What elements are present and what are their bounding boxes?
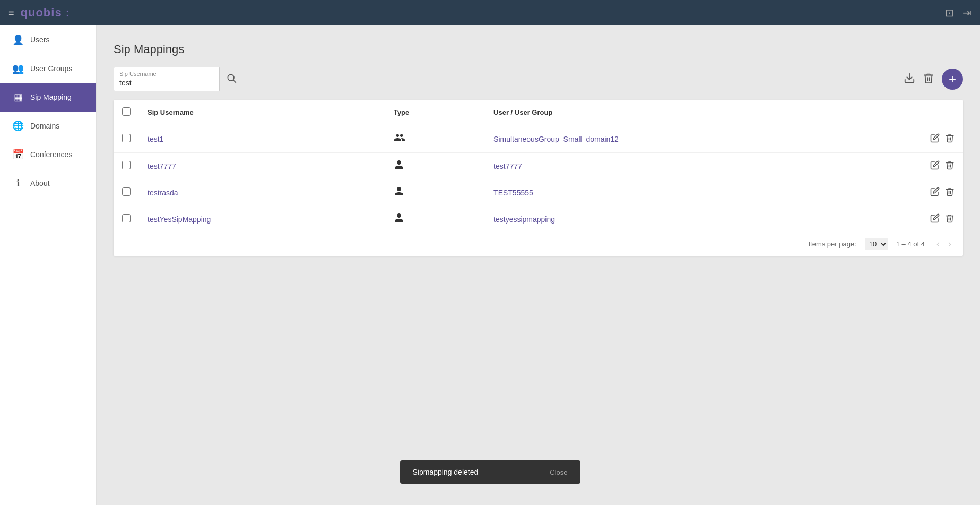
row-delete-button[interactable]: [945, 133, 955, 145]
table-row: test7777test7777: [114, 153, 963, 179]
table-header-row: Sip Username Type User / User Group: [114, 100, 963, 125]
sidebar-item-about-label: About: [30, 179, 50, 187]
row-delete-button[interactable]: [945, 187, 955, 199]
table-row: test1SimultaneousGroup_Small_domain12: [114, 125, 963, 153]
user-group-link[interactable]: TEST55555: [493, 189, 533, 197]
items-per-page-label: Items per page:: [808, 240, 856, 248]
pagination-nav: ‹ ›: [933, 237, 955, 251]
prev-page-button[interactable]: ‹: [933, 237, 943, 251]
menu-icon[interactable]: ≡: [8, 7, 14, 19]
sip-username-filter-wrap: Sip Username: [114, 67, 220, 91]
main-content: Sip Mappings Sip Username: [97, 25, 980, 505]
topbar: ≡ quobis : ⊡ ⇥: [0, 0, 980, 25]
sidebar-item-user-groups[interactable]: 👥 User Groups: [0, 54, 96, 83]
user-group-link[interactable]: test7777: [493, 162, 522, 170]
table-row: testYesSipMappingtestyessipmapping: [114, 206, 963, 233]
user-type-icon: [394, 215, 404, 225]
sidebar-item-users[interactable]: 👤 Users: [0, 25, 96, 54]
row-edit-button[interactable]: [930, 133, 940, 145]
chevron-right-icon: ›: [948, 238, 951, 249]
row-checkbox[interactable]: [122, 187, 131, 196]
row-delete-button[interactable]: [945, 160, 955, 172]
row-actions: [929, 160, 955, 172]
col-sip-username: Sip Username: [139, 100, 385, 125]
sip-username-link[interactable]: test1: [148, 135, 163, 143]
chevron-left-icon: ‹: [936, 238, 940, 249]
sidebar: 👤 Users 👥 User Groups ▦ Sip Mapping 🌐 Do…: [0, 25, 97, 505]
row-actions: [929, 213, 955, 225]
sidebar-item-domains[interactable]: 🌐 Domains: [0, 112, 96, 140]
sip-username-link[interactable]: test7777: [148, 162, 176, 170]
row-edit-button[interactable]: [930, 160, 940, 172]
row-edit-button[interactable]: [930, 187, 940, 199]
sip-mappings-table-wrap: Sip Username Type User / User Group test…: [114, 100, 963, 256]
row-delete-button[interactable]: [945, 213, 955, 225]
sidebar-item-about[interactable]: ℹ About: [0, 169, 96, 198]
sidebar-item-conferences-label: Conferences: [30, 150, 72, 159]
user-type-icon: [394, 161, 404, 172]
row-checkbox[interactable]: [122, 134, 131, 142]
sip-mapping-icon: ▦: [12, 91, 24, 103]
topbar-right: ⊡ ⇥: [945, 6, 972, 19]
pagination-range: 1 – 4 of 4: [896, 240, 925, 248]
sip-username-filter-input[interactable]: [119, 79, 204, 87]
row-checkbox[interactable]: [122, 161, 131, 169]
col-type: Type: [385, 100, 485, 125]
snackbar: Sipmapping deleted Close: [400, 460, 580, 484]
topbar-left: ≡ quobis :: [8, 6, 70, 20]
layout: 👤 Users 👥 User Groups ▦ Sip Mapping 🌐 Do…: [0, 25, 980, 505]
sidebar-item-domains-label: Domains: [30, 122, 59, 130]
search-button[interactable]: [226, 73, 237, 86]
items-per-page-select[interactable]: 10 25 50: [865, 238, 888, 250]
sidebar-item-conferences[interactable]: 📅 Conferences: [0, 140, 96, 169]
delete-icon: [923, 72, 934, 84]
logo: quobis :: [21, 6, 71, 20]
user-group-link[interactable]: testyessipmapping: [493, 215, 555, 224]
group-type-icon: [394, 135, 405, 145]
user-groups-icon: 👥: [12, 63, 24, 74]
select-all-checkbox[interactable]: [122, 107, 131, 116]
toolbar-right: +: [904, 69, 963, 90]
sip-username-link[interactable]: testYesSipMapping: [148, 215, 211, 224]
col-user-group: User / User Group: [485, 100, 921, 125]
snackbar-close-button[interactable]: Close: [550, 468, 567, 476]
sip-mappings-table: Sip Username Type User / User Group test…: [114, 100, 963, 232]
delete-button[interactable]: [923, 72, 934, 87]
domains-icon: 🌐: [12, 120, 24, 132]
add-icon: +: [949, 73, 956, 85]
conferences-icon: 📅: [12, 149, 24, 160]
svg-line-1: [233, 80, 236, 82]
snackbar-message: Sipmapping deleted: [413, 468, 479, 476]
table-row: testrasdaTEST55555: [114, 179, 963, 206]
user-type-icon: [394, 188, 404, 199]
add-button[interactable]: +: [942, 69, 963, 90]
row-actions: [929, 133, 955, 145]
sip-username-link[interactable]: testrasda: [148, 189, 178, 197]
download-button[interactable]: [904, 72, 915, 87]
logout-icon[interactable]: ⇥: [962, 6, 972, 19]
sidebar-item-user-groups-label: User Groups: [30, 64, 72, 73]
row-edit-button[interactable]: [930, 213, 940, 225]
page-title: Sip Mappings: [114, 42, 963, 56]
users-icon: 👤: [12, 34, 24, 46]
user-group-link[interactable]: SimultaneousGroup_Small_domain12: [493, 135, 619, 143]
row-actions: [929, 187, 955, 199]
sidebar-item-users-label: Users: [30, 36, 50, 44]
row-checkbox[interactable]: [122, 214, 131, 222]
pagination-row: Items per page: 10 25 50 1 – 4 of 4 ‹ ›: [114, 232, 963, 256]
screen-icon[interactable]: ⊡: [945, 6, 954, 19]
next-page-button[interactable]: ›: [945, 237, 955, 251]
sip-username-filter-label: Sip Username: [119, 71, 214, 77]
search-icon: [226, 73, 237, 83]
sidebar-item-sip-mapping-label: Sip Mapping: [30, 93, 72, 101]
about-icon: ℹ: [12, 177, 24, 189]
sidebar-item-sip-mapping[interactable]: ▦ Sip Mapping: [0, 83, 96, 112]
download-icon: [904, 72, 915, 84]
filter-row: Sip Username: [114, 67, 963, 91]
